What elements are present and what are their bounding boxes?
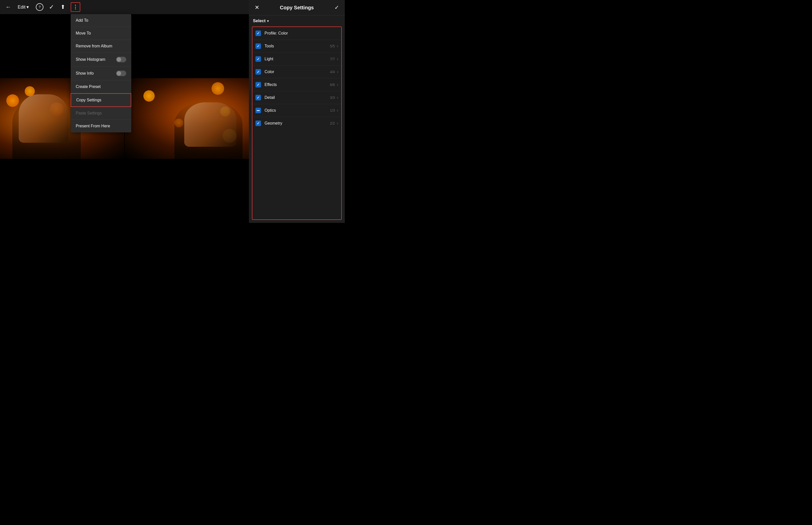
copy-settings-panel: ✕ Copy Settings ✓ Select ▾ ✓ Profile: Co… [249,0,345,223]
menu-item-show-histogram-label: Show Histogram [76,57,105,62]
profile-color-check-icon: ✓ [257,31,260,35]
optics-count: 1/3 [330,108,335,112]
photo-panel-right [125,78,249,159]
check-icon: ✓ [49,3,54,11]
menu-item-add-to-label: Add To [76,18,88,23]
color-count: 4/4 [330,70,335,74]
settings-list: ✓ Profile: Color ✓ Tools 5/5 › ✓ Light 7… [252,27,342,220]
light-count: 7/7 [330,57,335,61]
color-check-icon: ✓ [257,70,260,74]
close-button[interactable]: ✕ [253,3,261,12]
detail-check-icon: ✓ [257,95,260,100]
edit-dropdown-arrow: ▾ [27,4,29,10]
effects-label: Effects [264,82,330,87]
light-label: Light [264,57,330,61]
menu-item-show-info-label: Show Info [76,71,93,76]
optics-label: Optics [264,108,330,113]
help-icon: ? [39,5,41,9]
light-check-icon: ✓ [257,57,260,61]
menu-item-create-preset-label: Create Preset [76,85,101,89]
geometry-check-icon: ✓ [257,121,260,125]
color-label: Color [264,70,330,74]
edit-label: Edit [18,4,26,10]
select-row[interactable]: Select ▾ [249,15,345,27]
tools-label: Tools [264,44,330,48]
detail-chevron-icon: › [337,95,338,100]
done-button[interactable]: ✓ [333,3,341,12]
menu-item-show-info[interactable]: Show Info [71,66,131,80]
tools-check-icon: ✓ [257,44,260,48]
menu-item-remove-album-label: Remove from Album [76,44,112,48]
settings-item-color[interactable]: ✓ Color 4/4 › [252,65,341,78]
settings-item-effects[interactable]: ✓ Effects 6/6 › [252,78,341,91]
share-icon: ⬆ [61,4,65,10]
detail-label: Detail [264,95,330,100]
share-button[interactable]: ⬆ [60,3,66,11]
tools-chevron-icon: › [337,44,338,48]
geometry-count: 2/2 [330,121,335,125]
profile-color-label: Profile: Color [264,31,338,35]
close-icon: ✕ [255,4,259,11]
more-button[interactable]: ⋮ [71,2,80,12]
geometry-chevron-icon: › [337,121,338,125]
menu-item-move-to-label: Move To [76,31,91,35]
effects-count: 6/6 [330,83,335,87]
settings-item-optics[interactable]: Optics 1/3 › [252,104,341,117]
menu-item-copy-settings[interactable]: Copy Settings [71,93,131,107]
settings-item-tools[interactable]: ✓ Tools 5/5 › [252,40,341,53]
effects-checkbox: ✓ [256,82,261,88]
show-info-toggle[interactable] [116,71,126,76]
tools-count: 5/5 [330,44,335,48]
detail-count: 3/3 [330,95,335,100]
select-label: Select [253,18,265,24]
optics-chevron-icon: › [337,108,338,113]
photo-right [125,78,249,159]
light-checkbox: ✓ [256,56,261,62]
menu-item-add-to[interactable]: Add To [71,14,131,27]
menu-item-paste-settings-label: Paste Settings [76,111,102,116]
copy-settings-header: ✕ Copy Settings ✓ [249,0,345,15]
effects-chevron-icon: › [337,82,338,87]
color-chevron-icon: › [337,70,338,74]
detail-checkbox: ✓ [256,95,261,100]
more-icon: ⋮ [73,4,78,10]
optics-partial-icon [257,110,260,111]
menu-item-present-from-here[interactable]: Present From Here [71,120,131,132]
light-chevron-icon: › [337,57,338,61]
settings-item-light[interactable]: ✓ Light 7/7 › [252,53,341,65]
color-checkbox: ✓ [256,69,261,75]
menu-item-move-to[interactable]: Move To [71,27,131,40]
settings-item-detail[interactable]: ✓ Detail 3/3 › [252,91,341,104]
menu-item-create-preset[interactable]: Create Preset [71,80,131,93]
effects-check-icon: ✓ [257,83,260,87]
tools-checkbox: ✓ [256,43,261,49]
settings-item-profile-color[interactable]: ✓ Profile: Color [252,27,341,40]
back-arrow-icon: ← [5,4,11,10]
menu-item-present-from-here-label: Present From Here [76,124,110,128]
menu-item-show-histogram[interactable]: Show Histogram [71,53,131,66]
profile-color-checkbox: ✓ [256,31,261,36]
copy-settings-title: Copy Settings [264,5,330,11]
back-button[interactable]: ← [4,2,13,12]
optics-checkbox [256,108,261,113]
settings-item-geometry[interactable]: ✓ Geometry 2/2 › [252,117,341,130]
check-button[interactable]: ✓ [48,2,55,12]
done-icon: ✓ [334,4,339,11]
show-histogram-toggle[interactable] [116,57,126,62]
geometry-checkbox: ✓ [256,121,261,126]
select-chevron-icon: ▾ [267,19,269,23]
geometry-label: Geometry [264,121,330,125]
context-menu: Add To Move To Remove from Album Show Hi… [71,14,131,132]
help-button[interactable]: ? [36,3,43,11]
menu-item-remove-album[interactable]: Remove from Album [71,40,131,53]
menu-item-paste-settings: Paste Settings [71,107,131,120]
toolbar-icons: ? ✓ ⬆ ⋮ [36,2,80,12]
menu-item-copy-settings-label: Copy Settings [76,98,101,102]
edit-dropdown[interactable]: Edit ▾ [18,4,29,10]
